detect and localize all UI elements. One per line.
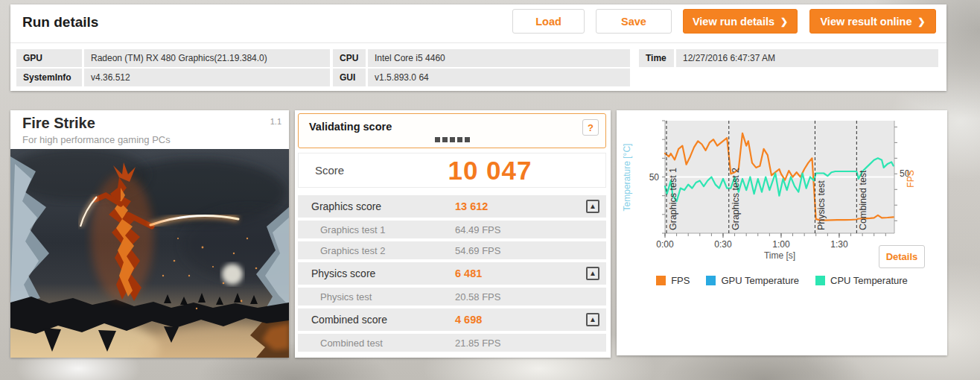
score-panel: Validating score ? Score 10 047 Graphics…: [295, 110, 611, 358]
svg-text:Combined test: Combined test: [858, 170, 868, 230]
info-label-time: Time: [639, 49, 674, 67]
physics-score-row: Physics score 6 481 ▲: [298, 262, 606, 285]
svg-text:FPS: FPS: [906, 170, 916, 187]
combined-test-row: Combined test 21.85 FPS: [298, 334, 606, 352]
details-button[interactable]: Details: [879, 245, 925, 268]
info-value-systeminfo: v4.36.512: [84, 69, 330, 86]
view-run-details-button[interactable]: View run details ❯: [683, 9, 798, 34]
collapse-physics-button[interactable]: ▲: [586, 267, 599, 280]
svg-text:1:30: 1:30: [830, 239, 848, 250]
svg-text:50: 50: [649, 172, 660, 183]
view-result-online-label: View result online: [820, 16, 911, 28]
total-score-row: Score 10 047: [298, 153, 606, 188]
row-value: 4 698: [455, 314, 482, 326]
benchmark-title: Fire Strike: [22, 115, 95, 132]
benchmark-version: 1.1: [270, 117, 281, 126]
graphics-score-row: Graphics score 13 612 ▲: [298, 195, 606, 218]
collapse-combined-button[interactable]: ▲: [586, 313, 599, 326]
gpu-temperature-swatch-icon: [706, 276, 716, 285]
row-value: 54.69 FPS: [455, 245, 500, 256]
legend-label: GPU Temperature: [721, 275, 799, 286]
chevron-right-icon: ❯: [917, 16, 925, 27]
collapse-graphics-button[interactable]: ▲: [586, 200, 599, 213]
benchmark-panel: Fire Strike For high performance gaming …: [10, 110, 289, 358]
info-value-gui: v1.5.893.0 64: [368, 69, 630, 86]
score-value: 10 047: [416, 156, 564, 186]
legend-item-cpu-temperature: CPU Temperature: [815, 275, 908, 286]
row-value: 13 612: [455, 200, 488, 212]
graphics-test2-row: Graphics test 2 54.69 FPS: [298, 241, 606, 259]
view-result-online-button[interactable]: View result online ❯: [809, 9, 936, 34]
save-button-label: Save: [621, 16, 646, 28]
details-button-label: Details: [886, 251, 918, 262]
legend-item-gpu-temperature: GPU Temperature: [706, 275, 799, 286]
row-label: Combined score: [311, 314, 387, 326]
svg-text:0:00: 0:00: [656, 239, 674, 250]
svg-text:Physics test: Physics test: [816, 180, 827, 230]
row-value: 21.85 FPS: [455, 338, 500, 349]
chevron-right-icon: ❯: [780, 16, 788, 27]
row-label: Graphics test 2: [320, 245, 385, 256]
chart-legend: FPS GPU Temperature CPU Temperature: [617, 275, 947, 286]
help-button[interactable]: ?: [582, 119, 599, 136]
legend-item-fps: FPS: [656, 275, 690, 286]
page-title: Run details: [22, 14, 98, 31]
row-label: Combined test: [320, 338, 383, 349]
row-label: Graphics score: [311, 200, 381, 212]
combined-score-row: Combined score 4 698 ▲: [298, 308, 606, 331]
divider: [10, 42, 946, 43]
validating-progress-dots: [299, 137, 605, 142]
score-label: Score: [315, 164, 344, 177]
info-value-gpu: Radeon (TM) RX 480 Graphics(21.19.384.0): [84, 49, 330, 67]
load-button[interactable]: Load: [512, 9, 585, 34]
legend-label: CPU Temperature: [830, 275, 908, 286]
row-label: Physics test: [320, 291, 372, 303]
legend-label: FPS: [671, 275, 690, 286]
info-value-cpu: Intel Core i5 4460: [368, 49, 630, 67]
info-label-gui: GUI: [333, 69, 366, 86]
save-button[interactable]: Save: [596, 9, 672, 34]
info-label-cpu: CPU: [333, 49, 366, 67]
benchmark-tagline: For high performance gaming PCs: [22, 134, 171, 145]
info-label-gpu: GPU: [16, 49, 82, 67]
svg-text:1:00: 1:00: [772, 239, 790, 250]
row-label: Graphics test 1: [320, 224, 385, 235]
row-label: Physics score: [311, 267, 375, 279]
svg-text:Time [s]: Time [s]: [764, 250, 795, 261]
row-value: 64.49 FPS: [455, 224, 500, 235]
view-run-details-label: View run details: [693, 16, 774, 28]
validating-score-label: Validating score: [309, 121, 392, 133]
info-label-systeminfo: SystemInfo: [16, 69, 82, 86]
svg-text:Graphics test 1: Graphics test 1: [668, 168, 678, 230]
physics-test-row: Physics test 20.58 FPS: [298, 288, 606, 305]
row-value: 6 481: [455, 267, 482, 279]
svg-text:0:30: 0:30: [714, 239, 732, 250]
cpu-temperature-swatch-icon: [815, 276, 825, 285]
info-value-time: 12/27/2016 6:47:37 AM: [676, 49, 938, 67]
validating-score-box: Validating score ?: [298, 113, 606, 148]
load-button-label: Load: [535, 16, 561, 28]
firestrike-artwork: [10, 149, 289, 358]
graphics-test1-row: Graphics test 1 64.49 FPS: [298, 221, 606, 238]
fps-swatch-icon: [656, 276, 666, 285]
monitoring-chart-panel: 0:000:301:001:305050Temperature [°C]FPST…: [617, 110, 947, 355]
run-details-panel: Run details Load Save View run details ❯…: [10, 4, 946, 91]
row-value: 20.58 FPS: [455, 291, 500, 303]
svg-text:Temperature [°C]: Temperature [°C]: [622, 144, 632, 212]
svg-text:Graphics test 2: Graphics test 2: [731, 168, 741, 230]
